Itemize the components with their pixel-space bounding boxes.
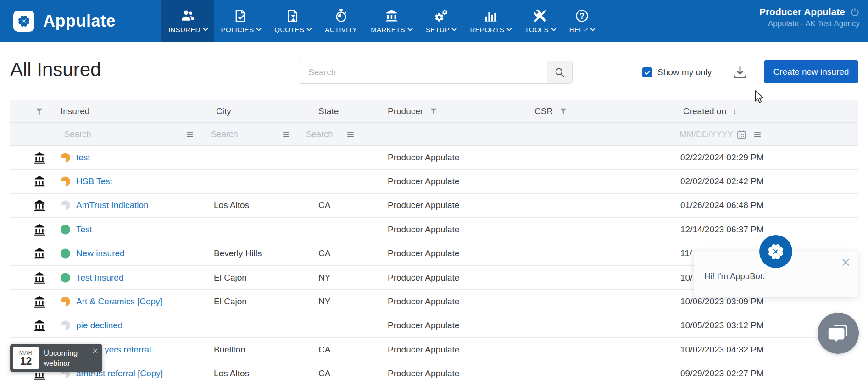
checkmark-icon	[644, 69, 651, 76]
producer-cell: Producer Appulate	[388, 368, 459, 379]
chevron-down-icon	[590, 26, 595, 31]
state-cell: CA	[318, 345, 330, 355]
city-cell: Los Altos	[214, 368, 249, 379]
chevron-down-icon	[256, 26, 262, 31]
chevron-down-icon	[407, 26, 412, 31]
insured-link[interactable]: yers referral	[105, 345, 151, 355]
table-filter-row: Search Search Search MM/DD/YYYY	[10, 123, 858, 146]
webinar-day: 12	[20, 356, 32, 367]
calendar-icon[interactable]	[736, 129, 747, 140]
nav-item-tools[interactable]: TOOLS	[518, 0, 562, 42]
created-on-cell: 12/14/2023 06:37 PM	[680, 225, 764, 235]
nav-item-setup[interactable]: SETUP	[419, 0, 463, 42]
search-button[interactable]	[547, 61, 572, 83]
nav-item-help[interactable]: HELP	[562, 0, 601, 42]
brand-name: Appulate	[43, 11, 116, 31]
status-icon	[61, 177, 70, 187]
table-row: yers referralBuelltonCAProducer Appulate…	[10, 338, 858, 362]
insured-link[interactable]: Test Insured	[76, 273, 124, 283]
state-filter-menu-icon[interactable]	[346, 130, 355, 138]
insured-link[interactable]: test	[76, 153, 90, 163]
nav-item-policies[interactable]: POLICIES	[214, 0, 268, 42]
insured-link[interactable]: New insured	[76, 248, 125, 258]
nav-item-insured[interactable]: INSURED	[161, 0, 214, 42]
insured-filter-input[interactable]: Search	[64, 123, 91, 146]
appubot-message: Hi! I'm AppuBot.	[704, 271, 765, 281]
setup-icon	[434, 9, 448, 23]
chat-launcher-button[interactable]	[818, 313, 859, 354]
created-on-cell: 09/29/2023 02:27 PM	[680, 368, 764, 379]
bank-building-icon	[33, 223, 46, 236]
producer-filter-funnel-icon[interactable]	[429, 107, 438, 116]
city-filter-input[interactable]: Search	[211, 123, 238, 146]
nav-item-markets[interactable]: MARKETS	[364, 0, 419, 42]
column-header-producer[interactable]: Producer	[388, 100, 438, 123]
column-header-csr[interactable]: CSR	[534, 100, 568, 123]
nav-item-quotes[interactable]: QUOTES	[267, 0, 318, 42]
filter-funnel-icon[interactable]	[35, 107, 44, 116]
table-row: testProducer Appulate02/22/2024 02:29 PM	[10, 146, 858, 170]
appubot-avatar	[759, 235, 792, 268]
show-my-only-label: Show my only	[657, 67, 712, 77]
brand[interactable]: Appulate	[13, 0, 116, 42]
created-on-cell: 10/02/2023 04:32 PM	[680, 345, 764, 355]
csr-filter-funnel-icon[interactable]	[559, 107, 568, 116]
tools-icon	[533, 9, 547, 23]
search-icon	[554, 67, 565, 78]
city-cell: El Cajon	[214, 273, 247, 283]
column-header-created-on[interactable]: Created on↓	[683, 100, 737, 123]
page-title: All Insured	[10, 59, 101, 81]
logout-power-icon[interactable]	[850, 7, 860, 17]
webinar-close-icon[interactable]	[92, 348, 98, 354]
stopwatch-icon	[334, 9, 348, 23]
user-name[interactable]: Producer Appulate	[759, 6, 845, 17]
city-cell: Los Altos	[214, 200, 249, 210]
nav-item-activity[interactable]: ACTIVITY	[318, 0, 364, 42]
create-new-insured-button[interactable]: Create new insured	[764, 60, 858, 83]
chevron-down-icon	[203, 26, 208, 31]
webinar-text: Upcoming webinar	[44, 348, 89, 368]
status-icon	[61, 225, 70, 234]
download-export-icon[interactable]	[732, 65, 748, 80]
insured-link[interactable]: HSB Test	[76, 176, 112, 187]
state-cell: NY	[318, 297, 330, 307]
table-row: amtrust referral [Copy]Los AltosCAProduc…	[10, 362, 858, 385]
webinar-toast[interactable]: MAR 12 Upcoming webinar	[10, 344, 102, 372]
state-filter-input[interactable]: Search	[306, 123, 333, 146]
search-input[interactable]	[299, 61, 547, 83]
created-on-cell: 10/06/2023 03:09 PM	[680, 297, 764, 307]
producer-cell: Producer Appulate	[388, 153, 459, 163]
insured-link[interactable]: Art & Ceramics [Copy]	[76, 297, 162, 307]
state-cell: CA	[318, 368, 330, 379]
show-my-only-checkbox[interactable]	[642, 67, 652, 77]
city-filter-menu-icon[interactable]	[282, 130, 290, 138]
column-header-city[interactable]: City	[216, 100, 231, 123]
bank-icon	[384, 9, 399, 23]
bank-building-icon	[33, 247, 46, 260]
column-header-state[interactable]: State	[318, 100, 339, 123]
sort-desc-icon[interactable]: ↓	[733, 106, 737, 116]
doc-check-icon	[234, 9, 248, 23]
city-cell: El Cajon	[214, 297, 247, 307]
doc-hourglass-icon	[286, 9, 300, 23]
main-nav: INSUREDPOLICIESQUOTESACTIVITYMARKETSSETU…	[161, 0, 601, 42]
bank-building-icon	[33, 271, 46, 284]
bank-building-icon	[33, 295, 46, 308]
created-on-filter-menu-icon[interactable]	[753, 130, 762, 138]
webinar-date-badge: MAR 12	[13, 346, 39, 369]
chevron-down-icon	[551, 26, 556, 31]
appulate-logo-icon	[13, 11, 34, 32]
chat-bubble-icon	[826, 321, 850, 345]
created-on-filter-input[interactable]: MM/DD/YYYY	[679, 123, 733, 146]
insured-link[interactable]: pie declined	[76, 320, 122, 330]
appubot-close-icon[interactable]	[841, 258, 850, 267]
table-row: TestProducer Appulate12/14/2023 06:37 PM	[10, 218, 858, 242]
insured-filter-menu-icon[interactable]	[186, 130, 194, 138]
insured-table: Insured City State Producer CSR Created …	[10, 100, 858, 385]
nav-item-reports[interactable]: REPORTS	[463, 0, 517, 42]
column-header-insured[interactable]: Insured	[61, 100, 89, 123]
insured-link[interactable]: Test	[76, 225, 92, 235]
created-on-cell: 11/	[680, 248, 692, 258]
state-cell: CA	[318, 200, 330, 210]
insured-link[interactable]: AmTrust Indication	[76, 200, 149, 210]
